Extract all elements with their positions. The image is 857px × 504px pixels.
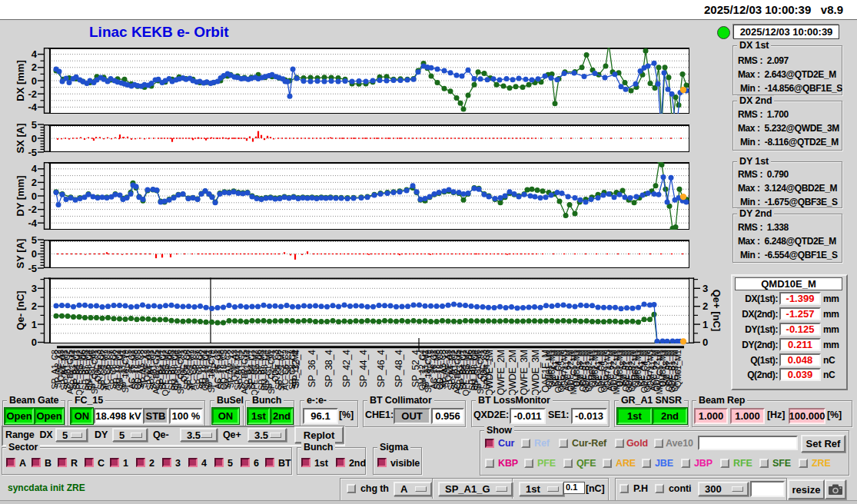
svg-text:SP_36_4: SP_36_4: [307, 350, 317, 387]
svg-text:1: 1: [703, 319, 708, 330]
svg-text:-4: -4: [28, 101, 37, 113]
svg-text:4: 4: [32, 48, 38, 60]
svg-text:SP_42_4: SP_42_4: [341, 350, 352, 387]
svg-text:2: 2: [32, 61, 37, 73]
svg-text:0: 0: [32, 191, 37, 202]
svg-text:0: 0: [32, 133, 37, 144]
svg-text:0: 0: [32, 337, 37, 348]
svg-text:DX [mm]: DX [mm]: [15, 60, 26, 101]
svg-text:SY [A]: SY [A]: [15, 239, 26, 269]
svg-text:-5: -5: [28, 263, 37, 274]
svg-text:0: 0: [32, 75, 37, 87]
svg-text:-2: -2: [28, 88, 37, 100]
svg-text:-5: -5: [28, 147, 37, 158]
svg-text:SX [A]: SX [A]: [15, 124, 26, 154]
svg-text:4: 4: [32, 163, 38, 174]
svg-text:Qe- [nC]: Qe- [nC]: [15, 290, 26, 330]
svg-text:5: 5: [32, 234, 37, 246]
svg-text:3: 3: [703, 283, 708, 294]
svg-text:QWFE_3M: QWFE_3M: [519, 350, 530, 396]
svg-text:-2: -2: [28, 204, 37, 215]
svg-text:QWFE_2M: QWFE_2M: [496, 350, 507, 396]
svg-text:QM61_M1: QM61_M1: [673, 350, 683, 387]
svg-text:QWDE_2M: QWDE_2M: [507, 350, 518, 396]
svg-text:3: 3: [32, 283, 37, 294]
svg-text:SP_44_4: SP_44_4: [358, 350, 369, 387]
svg-text:-4: -4: [28, 217, 37, 229]
svg-text:2: 2: [703, 300, 708, 312]
svg-text:2: 2: [32, 177, 37, 188]
svg-text:SP_32_4: SP_32_4: [291, 350, 301, 387]
svg-text:0: 0: [703, 337, 708, 348]
svg-text:0: 0: [32, 248, 37, 260]
svg-text:2: 2: [32, 300, 37, 312]
svg-text:SP_48_4: SP_48_4: [394, 350, 404, 387]
svg-text:QWDE_3M: QWDE_3M: [530, 350, 541, 396]
svg-text:Qe+ [nC]: Qe+ [nC]: [711, 290, 722, 332]
svg-text:1: 1: [32, 319, 37, 330]
svg-text:5: 5: [32, 119, 37, 131]
svg-text:QWDE_1M: QWDE_1M: [484, 350, 495, 396]
svg-text:SP_46_4: SP_46_4: [376, 350, 387, 387]
svg-text:SP_38_4: SP_38_4: [324, 350, 334, 387]
svg-text:DY [mm]: DY [mm]: [15, 175, 26, 216]
